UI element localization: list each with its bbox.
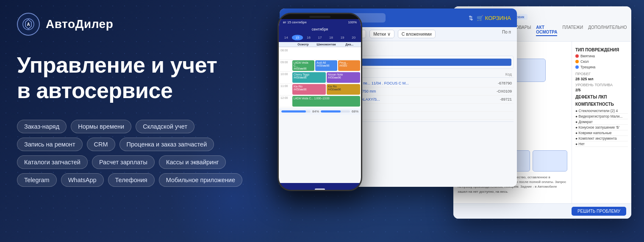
phone-bottom-bar xyxy=(279,183,361,191)
appt-chery[interactable]: Cherry Tiggo#450мм96 xyxy=(292,72,326,83)
cal-day-14[interactable]: 14 xyxy=(280,35,292,40)
phone-home-indicator[interactable] xyxy=(315,189,325,190)
progress-label-1: 84% xyxy=(312,110,319,113)
item-jack: ● Домкрат xyxy=(575,119,628,125)
logo-icon: A xyxy=(17,13,40,36)
progress-track-2 xyxy=(321,110,350,113)
damage-label-scratch: Вмятина xyxy=(580,54,595,58)
tag--[interactable]: Нормы времени xyxy=(71,120,131,133)
tag---[interactable]: Кассы и эквайринг xyxy=(159,155,226,169)
fuel-value: 2/5 xyxy=(575,88,628,92)
time-label-0900: 09:00 xyxy=(280,60,292,71)
phone-battery: 100% xyxy=(348,20,357,24)
tag--[interactable]: Каталоги запчастей xyxy=(17,155,88,169)
damage-type-chip: Скол xyxy=(575,59,628,64)
appt-lada2[interactable]: LADA Vesta C... 1:000–13:00 xyxy=(292,96,360,107)
slot-1000: 10:00 Cherry Tiggo#450мм96 Nissan Note#4… xyxy=(280,72,360,84)
logo-svg: A xyxy=(22,18,35,31)
completeness-list: ● Стеклоочистители (2) 4 ● Видеорегистра… xyxy=(575,108,628,147)
appt-lada[interactable]: LADA Vesta C...#450мм96 xyxy=(292,60,314,71)
item-mats: ● Коврики напольные xyxy=(575,130,628,136)
fuel-field: УРОВЕНЬ ТОПЛИВА xyxy=(575,83,628,87)
phone-screen: вт 15 сентября 100% сентября 14 15 16 17… xyxy=(279,19,361,183)
logo-area: A АвтоДилер xyxy=(17,13,263,36)
item-dashcam: ● Видеорегистратор Мали... xyxy=(575,114,628,119)
tab-payments[interactable]: ПЛАТЕЖИ xyxy=(562,25,583,36)
slot-0800: 08:00 xyxy=(280,48,360,60)
tag---[interactable]: Запись на ремонт xyxy=(17,138,83,151)
order-bottom-bar: РЕШИТЬ ПРОБЛЕМУ xyxy=(453,203,631,219)
slot-1200: 12:00 LADA Vesta C... 1:000–13:00 xyxy=(280,96,360,107)
tab-additional[interactable]: ДОПОЛНИТЕЛЬНО xyxy=(588,25,627,36)
heading-line2: в автосервисе xyxy=(17,78,172,103)
time-label-1000: 10:00 xyxy=(280,72,292,83)
progress-label-2: 68% xyxy=(352,110,358,113)
tag-[interactable]: Телефония xyxy=(108,173,155,187)
tag----[interactable]: Проценка и заказ запчастей xyxy=(119,138,214,151)
damage-label-crack: Трещина xyxy=(580,65,595,69)
completeness-title: КОМПЛЕКТНОСТЬ xyxy=(575,102,628,107)
tags-container: Заказ-нарядНормы времениСкладской учетЗа… xyxy=(17,120,254,187)
slot-1100: 11:00 Kia Rio#450мм96 Kia Rio#450мм96 xyxy=(280,84,360,96)
cal-day-20[interactable]: 20 xyxy=(348,35,359,40)
tag--[interactable]: Расчет зарплаты xyxy=(92,155,155,169)
tag--[interactable]: Мобильное приложение xyxy=(159,173,242,187)
phone-top xyxy=(279,14,361,19)
slot-0900: 09:00 LADA Vesta C...#450мм96 Audi A6#45… xyxy=(280,60,360,72)
tag--[interactable]: Заказ-наряд xyxy=(17,120,67,133)
toggle-label: По п xyxy=(502,30,511,38)
toolbar-attachments[interactable]: С вложениями xyxy=(398,30,436,38)
slot-content-1200: LADA Vesta C... 1:000–13:00 xyxy=(292,96,360,107)
mileage-value: 28 325 мл xyxy=(575,77,628,81)
tag-crm[interactable]: CRM xyxy=(87,138,115,151)
tag-whatsapp[interactable]: WhatsApp xyxy=(61,173,104,187)
phone-status-date: вт 15 сентября xyxy=(283,20,306,24)
item-plug: ● Конусное заглушение 'Б' xyxy=(575,125,628,130)
cal-day-19[interactable]: 19 xyxy=(337,35,348,40)
time-label-1200: 12:00 xyxy=(280,96,292,107)
calendar-header: сентября xyxy=(279,25,361,34)
damage-type-crack: Трещина xyxy=(575,65,628,69)
row-code: -89721 xyxy=(486,97,512,101)
appt-peugeot[interactable]: Peug...#4500 xyxy=(338,60,360,71)
col-tire: Шиномонтаж xyxy=(315,42,338,47)
schedule-columns: Осмотр Шиномонтаж Диа... xyxy=(279,42,361,47)
phone-notch-bar xyxy=(309,16,330,18)
slot-content-1000: Cherry Tiggo#450мм96 Nissan Note#450мм96 xyxy=(292,72,360,83)
progress-fill-2 xyxy=(321,110,341,113)
damage-type-title: ТИП ПОВРЕЖДЕНИЯ xyxy=(575,48,628,52)
solve-problem-button[interactable]: РЕШИТЬ ПРОБЛЕМУ xyxy=(572,207,626,216)
mileage-label: ПРОБЕГ xyxy=(575,72,591,76)
item-tools: ● Комплект инструмента xyxy=(575,136,628,141)
tag--[interactable]: Складской учет xyxy=(136,120,194,133)
row-code: -OX0109 xyxy=(486,89,512,93)
filter-icon[interactable]: ⇅ xyxy=(469,15,473,21)
phone-status-bar: вт 15 сентября 100% xyxy=(279,19,361,25)
damage-types: Вмятина Скол Трещина xyxy=(575,54,628,69)
fuel-label: УРОВЕНЬ ТОПЛИВА xyxy=(575,83,613,87)
tag-telegram[interactable]: Telegram xyxy=(17,173,57,187)
appt-kia1[interactable]: Kia Rio#450мм96 xyxy=(292,84,326,95)
appt-audi[interactable]: Audi A6#450мм96 xyxy=(315,60,337,71)
time-label-0800: 08:00 xyxy=(280,48,292,59)
cart-icon[interactable]: 🛒 КОРЗИНА xyxy=(477,15,511,21)
tab-inspection[interactable]: АКТ ОСМОТРА xyxy=(536,25,557,36)
phone-mockup: вт 15 сентября 100% сентября 14 15 16 17… xyxy=(278,13,362,191)
col-diag: Диа... xyxy=(338,42,361,47)
toolbar-tags[interactable]: Метки ∨ xyxy=(369,30,394,38)
appt-nissan[interactable]: Nissan Note#450мм96 xyxy=(327,72,360,83)
order-right: ТИП ПОВРЕЖДЕНИЯ Вмятина Скол Трещина ПРО… xyxy=(572,42,631,219)
mileage-field: ПРОБЕГ xyxy=(575,72,628,76)
appt-kia2[interactable]: Kia Rio#450мм96 xyxy=(327,84,360,95)
cal-day-15[interactable]: 15 xyxy=(292,35,303,40)
svg-text:A: A xyxy=(27,22,30,27)
left-content: A АвтоДилер Управление и учет в автосерв… xyxy=(17,13,263,187)
progress-fill-1 xyxy=(281,110,306,113)
cal-day-16[interactable]: 16 xyxy=(303,35,314,40)
calendar-days: 14 15 16 17 18 19 20 xyxy=(279,34,361,42)
screen-action-icons: ⇅ 🛒 КОРЗИНА xyxy=(469,15,511,21)
item-none: ● Нет xyxy=(575,141,628,147)
cal-day-18[interactable]: 18 xyxy=(325,35,337,40)
col-inspection: Осмотр xyxy=(291,42,315,47)
cal-day-17[interactable]: 17 xyxy=(314,35,326,40)
